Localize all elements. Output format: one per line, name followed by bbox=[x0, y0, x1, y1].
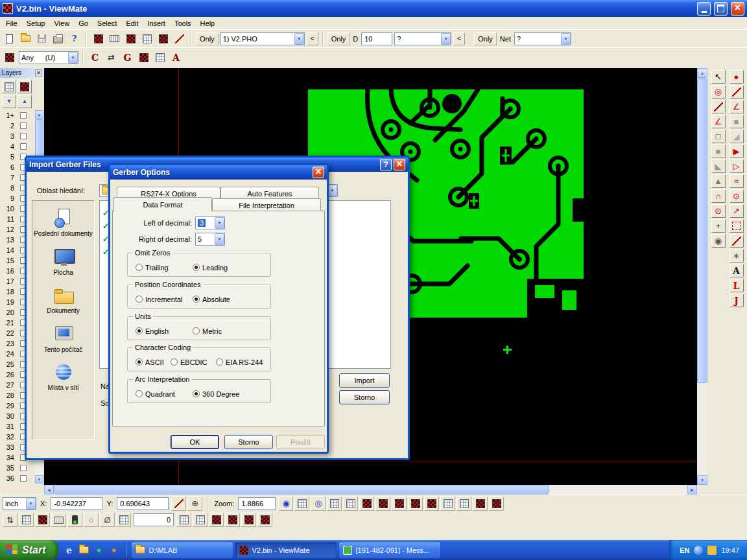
new-file-button[interactable] bbox=[2, 31, 17, 46]
place-my-computer[interactable]: Tento počítač bbox=[34, 325, 93, 354]
film-a-button[interactable] bbox=[209, 513, 224, 527]
radio-trailing[interactable]: Trailing bbox=[136, 264, 193, 272]
film-c-button[interactable] bbox=[241, 513, 256, 527]
probe-button[interactable]: Ø bbox=[100, 513, 115, 527]
dcode-film-button[interactable] bbox=[91, 31, 106, 46]
film-and-button[interactable] bbox=[392, 496, 407, 511]
layer-row[interactable]: 36 bbox=[0, 473, 35, 484]
grid-anchor-button[interactable] bbox=[176, 513, 191, 527]
layers-panel-caption[interactable]: Layers bbox=[0, 68, 44, 78]
menu-go[interactable]: Go bbox=[74, 18, 93, 29]
chevron-down-icon[interactable] bbox=[215, 217, 224, 229]
chevron-down-icon[interactable] bbox=[327, 185, 337, 196]
menu-view[interactable]: View bbox=[49, 18, 74, 29]
tab-auto-features[interactable]: Auto Features bbox=[220, 187, 319, 200]
redraw-light-button[interactable] bbox=[67, 513, 82, 527]
grid-snap-button[interactable] bbox=[440, 496, 455, 511]
net-query-combo[interactable]: ? bbox=[514, 32, 571, 45]
layer-visibility-box[interactable] bbox=[20, 112, 27, 119]
units-combo[interactable]: inch bbox=[3, 497, 36, 510]
radio-absolute[interactable]: Absolute bbox=[193, 296, 230, 303]
start-button[interactable]: Start bbox=[0, 540, 58, 560]
import-button[interactable]: Import bbox=[339, 373, 390, 388]
tray-app-icon[interactable] bbox=[707, 546, 717, 555]
print-button[interactable] bbox=[51, 31, 65, 46]
chevron-down-icon[interactable] bbox=[441, 33, 451, 45]
outline-triangle-button[interactable]: ▷ bbox=[729, 159, 744, 173]
language-indicator[interactable]: EN bbox=[680, 546, 689, 554]
close-button[interactable] bbox=[731, 2, 744, 16]
net-grid-button[interactable] bbox=[343, 496, 358, 511]
right-of-decimal-combo[interactable]: 5 bbox=[195, 233, 225, 246]
mirror-tool-button[interactable]: ▲ bbox=[711, 174, 726, 188]
radio-english[interactable]: English bbox=[136, 327, 193, 335]
query-g-button[interactable]: G bbox=[120, 50, 135, 65]
layer-up-button[interactable] bbox=[18, 95, 32, 108]
film-small-button[interactable] bbox=[35, 513, 50, 527]
film-copy-button[interactable] bbox=[424, 496, 439, 511]
zoom-tool-button[interactable]: ◉ bbox=[711, 234, 726, 248]
menu-edit[interactable]: Edit bbox=[121, 18, 143, 29]
query-a-button[interactable]: A bbox=[169, 50, 184, 65]
radio-quadrant[interactable]: Quadrant bbox=[136, 390, 193, 398]
place-recent-documents[interactable]: Poslední dokumenty bbox=[34, 209, 93, 238]
tab-data-format[interactable]: Data Format bbox=[113, 197, 212, 211]
layer-visibility-box[interactable] bbox=[20, 143, 27, 150]
burst-tool-button[interactable]: ∗ bbox=[729, 249, 744, 262]
prev-layer-button[interactable]: < bbox=[307, 32, 318, 45]
radio-ascii[interactable]: ASCII bbox=[136, 358, 171, 366]
film-xor-button[interactable] bbox=[375, 496, 390, 511]
grid-dots-button[interactable] bbox=[456, 496, 471, 511]
dialog-title-bar[interactable]: Gerber Options bbox=[110, 165, 327, 180]
radio-incremental[interactable]: Incremental bbox=[136, 296, 193, 303]
aperture-ruler-button[interactable] bbox=[107, 31, 122, 46]
layer-row[interactable]: 3 bbox=[0, 131, 35, 141]
layer-down-button[interactable] bbox=[2, 95, 16, 108]
dcode-filter-combo[interactable]: Any (U) bbox=[19, 51, 78, 64]
taskbar-task-messenger[interactable]: [191-482-091] - Mess... bbox=[339, 542, 440, 558]
menu-file[interactable]: File bbox=[1, 18, 22, 29]
green-app-button[interactable]: ● bbox=[92, 544, 105, 557]
menu-insert[interactable]: Insert bbox=[143, 18, 170, 29]
wave-trace-button[interactable]: ≈ bbox=[729, 174, 744, 188]
move-tool-button[interactable]: + bbox=[711, 219, 726, 233]
film-or-button[interactable] bbox=[408, 496, 423, 511]
vector-arrow-button[interactable]: ↗ bbox=[729, 204, 744, 218]
layer-visibility-box[interactable] bbox=[20, 133, 27, 139]
trace-segment-button[interactable] bbox=[729, 85, 744, 99]
measure-diagonal-button[interactable] bbox=[171, 496, 186, 511]
place-desktop[interactable]: Plocha bbox=[34, 248, 93, 277]
layer-visibility-box[interactable] bbox=[20, 122, 27, 129]
tab-file-interpretation[interactable]: File Interpretation bbox=[212, 198, 321, 211]
grid-toggle-button[interactable] bbox=[116, 513, 131, 527]
layer-table-button[interactable] bbox=[19, 513, 34, 527]
ruler-button[interactable] bbox=[51, 513, 66, 527]
scroll-down-icon[interactable] bbox=[35, 475, 43, 484]
cancel-button[interactable]: Storno bbox=[224, 435, 273, 449]
menu-help[interactable]: Help bbox=[196, 18, 220, 29]
circle-pad-button[interactable]: ⊙ bbox=[729, 189, 744, 203]
layer-visibility-box[interactable] bbox=[20, 475, 27, 482]
film-columns-button[interactable] bbox=[123, 31, 138, 46]
internet-explorer-button[interactable]: e bbox=[62, 544, 75, 557]
radio-leading[interactable]: Leading bbox=[193, 264, 228, 272]
pad-round-button[interactable]: ● bbox=[729, 70, 744, 84]
only-dcode-toggle[interactable]: Only bbox=[327, 32, 350, 45]
menu-select[interactable]: Select bbox=[93, 18, 122, 29]
chevron-down-icon[interactable] bbox=[215, 233, 224, 245]
close-icon[interactable] bbox=[35, 69, 42, 76]
scroll-left-icon[interactable] bbox=[44, 485, 54, 495]
radio-ebcdic[interactable]: EBCDIC bbox=[171, 358, 216, 366]
menu-tools[interactable]: Tools bbox=[170, 18, 196, 29]
chevron-down-icon[interactable] bbox=[561, 33, 571, 45]
cancel-button[interactable]: Storno bbox=[339, 390, 390, 404]
radio-360-degree[interactable]: 360 Degree bbox=[193, 390, 240, 398]
minimize-button[interactable] bbox=[697, 2, 711, 16]
origin-target-button[interactable]: ⊕ bbox=[187, 496, 202, 511]
radio-eia-rs244[interactable]: EIA RS-244 bbox=[216, 358, 263, 366]
ok-button[interactable]: OK bbox=[171, 435, 219, 449]
grid-origin-button[interactable] bbox=[193, 513, 208, 527]
dcode-input[interactable]: 10 bbox=[361, 32, 392, 45]
target-tool-button[interactable]: ⊙ bbox=[711, 204, 726, 218]
left-of-decimal-combo[interactable]: 3 bbox=[195, 216, 225, 229]
